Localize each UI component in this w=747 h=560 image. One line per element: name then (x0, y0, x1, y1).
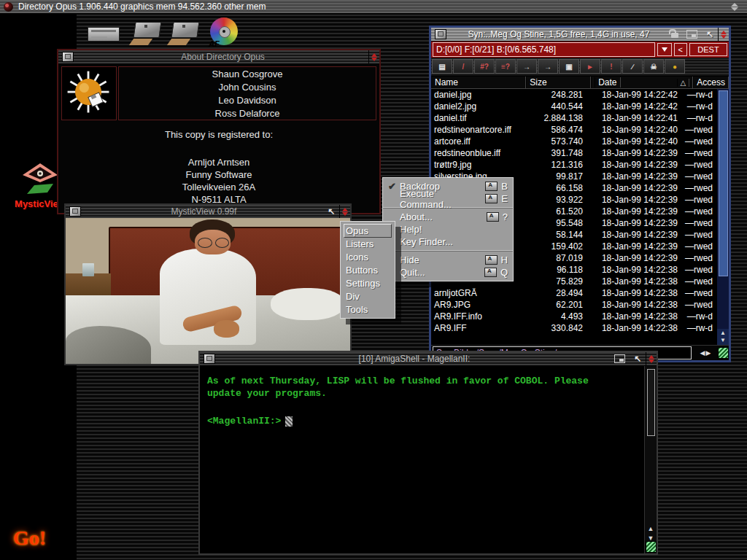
shell-prompt-line[interactable]: <MagellanII:> (207, 416, 293, 427)
lock-icon[interactable] (671, 33, 678, 38)
scroll-right-icon[interactable]: ▶ (706, 349, 711, 357)
screen-depth-gadget[interactable] (731, 3, 738, 11)
menu-item-icons[interactable]: Icons (341, 250, 395, 263)
menu-item-label: Buttons (346, 265, 390, 276)
scroll-up-icon[interactable]: ▲ (720, 330, 726, 336)
toolbar-icon-7[interactable]: ▣ (559, 59, 579, 74)
zoom-gadget-icon[interactable] (614, 354, 625, 363)
shortcut-key: H (501, 254, 508, 265)
table-row[interactable]: daniel.jpg248.28118-Jan-99 14:22:42—rw-d (431, 89, 717, 101)
menu-separator (383, 250, 513, 252)
toolbar-icon-10[interactable]: ∕ (622, 59, 643, 74)
close-icon[interactable] (62, 52, 74, 62)
toolbar-icon-12[interactable]: ● (665, 59, 685, 74)
harddisk-icon-1[interactable] (130, 19, 162, 45)
lister-titlebar[interactable]: Syn:..Meg Og Stine, 1,5G free, 1,4G in u… (431, 28, 729, 42)
mysticview-title: MysticView 0.99f (85, 206, 323, 217)
checkmark-icon: ✔ (388, 181, 400, 192)
table-row[interactable]: AR9.IFF.info4.49318-Jan-99 14:22:38—rw-d (431, 311, 717, 322)
table-row[interactable]: AR9.JPG62.20118-Jan-99 14:22:38—rwed (431, 299, 717, 311)
scroll-left-icon[interactable]: ◀ (700, 349, 705, 357)
column-header-name[interactable]: Name (431, 77, 526, 88)
table-row[interactable]: artcore.iff573.74018-Jan-99 14:22:40—rwe… (431, 136, 717, 147)
resize-grip-icon[interactable] (646, 541, 657, 553)
horizontal-scroll-arrows[interactable]: ◀▶ (693, 349, 718, 357)
hd-base (167, 39, 190, 45)
lister-statusbar: D:[0/0] F:[0/21] B:[0/6.565.748] < DEST (431, 42, 729, 58)
table-row[interactable]: AR9.IFF330.84218-Jan-99 14:22:38—rw-d (431, 322, 717, 334)
menu-item-opus[interactable]: Opus (341, 224, 395, 237)
scroll-arrows[interactable]: ▲▼ (645, 525, 657, 542)
shell-cursor (285, 416, 293, 427)
close-icon[interactable] (435, 29, 446, 39)
scrollbar-thumb[interactable] (647, 369, 655, 436)
registration-panel: This copy is registered to: Arnljot Arnt… (58, 125, 379, 213)
menu-item-buttons[interactable]: Buttons (341, 263, 395, 276)
menu-item-key-finder[interactable]: Key Finder... (383, 236, 513, 248)
go-button[interactable]: Go! (13, 526, 46, 550)
shell-scrollbar[interactable]: ▲▼ (644, 366, 657, 553)
toolbar-icon-4[interactable]: ≡? (495, 59, 516, 74)
depth-arrow-icon[interactable]: ↖ (328, 208, 335, 215)
column-header-date[interactable]: Date△ (591, 77, 693, 88)
toolbar-icon-1[interactable]: ▤ (432, 59, 452, 74)
toolbar-icon-11[interactable]: ☠ (643, 59, 664, 74)
scroll-up-icon[interactable]: ▲ (648, 525, 654, 532)
cd-icon[interactable]: AF (210, 18, 239, 47)
table-row[interactable]: redstineonartcore.iff586.47418-Jan-99 14… (431, 124, 717, 136)
toolbar-icon-5[interactable]: → (516, 59, 537, 74)
toolbar-icon-8[interactable]: ► (580, 59, 600, 74)
scrollbar-thumb[interactable] (719, 90, 728, 276)
window-depth-gadget[interactable] (718, 28, 729, 41)
toolbar-icon-6[interactable]: → (538, 59, 558, 74)
table-row[interactable]: redstineonblue.iff391.74818-Jan-99 14:22… (431, 147, 717, 159)
resize-grip-icon[interactable] (718, 347, 729, 359)
about-titlebar[interactable]: About Directory Opus (58, 50, 379, 64)
menu-item-quit[interactable]: Quit... Q (383, 266, 513, 279)
ram-drive-icon[interactable] (88, 27, 120, 42)
vertical-scrollbar[interactable]: ▲▼ (716, 89, 729, 345)
mysticview-eye-icon (18, 162, 62, 195)
photo-glass (82, 263, 94, 276)
toolbar-icon-9[interactable]: ! (601, 59, 622, 74)
close-icon[interactable] (204, 354, 215, 364)
menu-item-help[interactable]: Help! (383, 223, 513, 236)
window-depth-gadget[interactable] (646, 352, 657, 365)
menu-item-tools[interactable]: Tools (341, 303, 395, 316)
shell-body[interactable]: As of next Thursday, LISP will be flushe… (200, 366, 657, 553)
scroll-arrows[interactable]: ▲▼ (717, 329, 729, 345)
menu-item-about[interactable]: About... ? (383, 211, 513, 223)
harddisk-icon-2[interactable] (168, 19, 200, 45)
menu-item-hide[interactable]: Hide H (383, 254, 513, 266)
parent-dir-button[interactable]: < (674, 43, 687, 56)
menu-item-div[interactable]: Div (341, 289, 395, 303)
path-history-button[interactable] (657, 43, 672, 56)
column-header-access[interactable]: Access (693, 77, 729, 88)
shell-titlebar[interactable]: [10] AmigaShell - MagellanII: ↖ (200, 352, 657, 366)
menu-item-label: Icons (346, 252, 390, 262)
table-row[interactable]: daniel.tif2.884.13818-Jan-99 14:22:41—rw… (431, 112, 717, 124)
menu-item-settings[interactable]: Settings (341, 276, 395, 289)
dest-button[interactable]: DEST (689, 43, 727, 56)
toolbar-icon-3[interactable]: #? (474, 59, 495, 74)
menu-item-label: Settings (346, 278, 390, 289)
screen-titlebar[interactable]: Directory Opus 1.906.440 graphics mem 94… (0, 0, 747, 14)
menu-item-execute-command[interactable]: Execute Command... E (383, 192, 513, 205)
window-depth-gadget[interactable] (368, 50, 379, 63)
zoom-gadget-icon[interactable] (686, 30, 697, 39)
shortcut-key: E (501, 193, 508, 204)
screen-title: Directory Opus 1.906.440 graphics mem 94… (18, 1, 266, 12)
table-row[interactable]: daniel2.jpg440.54418-Jan-99 14:22:42—rw-… (431, 101, 717, 112)
menu-item-listers[interactable]: Listers (341, 237, 395, 250)
table-row[interactable]: trøttr9.jpg121.31618-Jan-99 14:22:39—rwe… (431, 159, 717, 171)
toolbar-icon-2[interactable]: / (453, 59, 473, 74)
scroll-down-icon[interactable]: ▼ (720, 338, 726, 343)
window-depth-gadget[interactable] (339, 205, 350, 218)
mysticview-titlebar[interactable]: MysticView 0.99f ↖ (66, 205, 350, 219)
close-icon[interactable] (69, 206, 81, 217)
depth-arrow-icon[interactable]: ↖ (634, 355, 641, 362)
menu-item-label: Quit... (400, 267, 484, 278)
depth-arrow-icon[interactable]: ↖ (706, 31, 713, 38)
table-row[interactable]: arnljotGRÅ28.49418-Jan-99 14:22:38—rwed (431, 287, 717, 299)
column-header-size[interactable]: Size (526, 77, 591, 88)
